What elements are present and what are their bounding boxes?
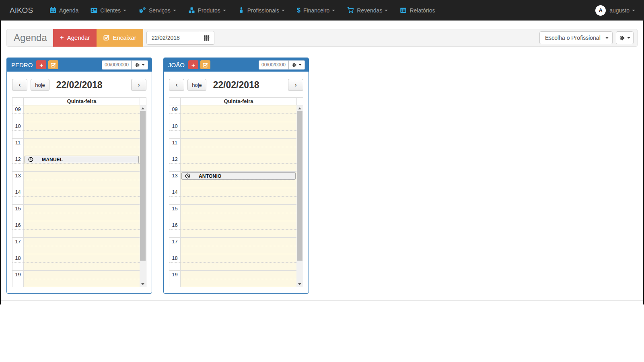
time-slot[interactable] xyxy=(24,188,140,204)
prev-day-button[interactable]: ‹ xyxy=(169,79,184,91)
top-navbar: AIKOS Agenda Clientes Serviços Produtos … xyxy=(0,0,644,21)
hour-label: 14 xyxy=(169,188,181,204)
calendar-panel-pedro: PEDRO + ‹ hoje 22/02/2018 xyxy=(6,58,152,294)
time-slot[interactable] xyxy=(24,238,140,254)
settings-dropdown-button[interactable] xyxy=(616,31,634,44)
user-menu[interactable]: A augusto xyxy=(595,0,644,21)
caret-down-icon xyxy=(627,37,630,39)
main-menu: Agenda Clientes Serviços Produtos Profis… xyxy=(43,0,441,21)
scrollbar-thumb[interactable] xyxy=(140,111,146,261)
hour-row: 10 xyxy=(169,122,296,138)
edit-appointment-button[interactable] xyxy=(200,60,210,69)
time-slot[interactable] xyxy=(181,105,296,122)
next-day-button[interactable]: › xyxy=(131,79,146,91)
nav-item-agenda[interactable]: Agenda xyxy=(43,0,84,21)
time-slot[interactable] xyxy=(24,271,140,287)
caret-down-icon xyxy=(332,10,335,11)
prev-day-button[interactable]: ‹ xyxy=(12,79,27,91)
calendar-grid-button[interactable] xyxy=(199,31,214,45)
gear-icon xyxy=(619,35,625,41)
appointment-event[interactable]: ANTONIO xyxy=(181,172,296,180)
brand-logo[interactable]: AIKOS xyxy=(3,0,39,21)
panel-date-input[interactable] xyxy=(102,60,132,70)
time-slot[interactable] xyxy=(181,254,296,270)
panel-settings-button[interactable] xyxy=(132,60,148,70)
time-grid-scroller: 0910111213141516171819ANTONIO xyxy=(169,105,303,287)
time-slot[interactable] xyxy=(24,254,140,270)
time-slot[interactable] xyxy=(181,238,296,254)
edit-appointment-button[interactable] xyxy=(48,60,58,69)
nav-label: Serviços xyxy=(149,7,171,14)
day-calendar: Quinta-feira 0910111213141516171819ANTON… xyxy=(169,97,303,287)
user-name: augusto xyxy=(609,7,630,14)
today-button[interactable]: hoje xyxy=(31,79,49,91)
appointment-client-name: MANUEL xyxy=(42,157,63,162)
clock-icon xyxy=(185,173,190,179)
hour-row: 19 xyxy=(169,270,296,287)
plus-icon: + xyxy=(60,34,64,42)
report-icon xyxy=(400,7,407,14)
time-slot[interactable] xyxy=(181,188,296,204)
date-input[interactable] xyxy=(146,31,199,45)
caret-down-icon xyxy=(385,10,388,11)
hour-label: 11 xyxy=(169,139,181,155)
nav-item-servicos[interactable]: Serviços xyxy=(132,0,182,21)
time-slot[interactable] xyxy=(181,155,296,171)
appointment-event[interactable]: MANUEL xyxy=(25,156,139,163)
nav-item-profissionais[interactable]: Profissionais xyxy=(232,0,291,21)
hour-label: 18 xyxy=(12,254,24,270)
time-slot[interactable] xyxy=(181,205,296,221)
gear-icon xyxy=(135,62,140,68)
nav-item-revendas[interactable]: Revendas xyxy=(341,0,394,21)
nav-item-financeiro[interactable]: $ Financeiro xyxy=(291,0,341,21)
scroll-down-arrow[interactable] xyxy=(296,281,303,287)
day-calendar: Quinta-feira 0910111213141516171819MANUE… xyxy=(12,97,146,287)
caret-down-icon xyxy=(142,64,145,66)
add-appointment-button[interactable]: + xyxy=(188,60,198,69)
time-grid-scroller: 0910111213141516171819MANUEL xyxy=(12,105,146,287)
hour-row: 16 xyxy=(169,221,296,237)
hour-row: 11 xyxy=(12,138,140,155)
hour-row: 17 xyxy=(169,237,296,254)
hour-label: 19 xyxy=(169,271,181,287)
time-slot[interactable] xyxy=(24,122,140,138)
today-button[interactable]: hoje xyxy=(187,79,206,91)
scroll-up-arrow[interactable] xyxy=(296,105,303,111)
time-slot[interactable] xyxy=(24,172,140,188)
time-slot[interactable] xyxy=(181,139,296,155)
encaixar-label: Encaixar xyxy=(113,34,136,41)
scroll-down-arrow[interactable] xyxy=(140,281,146,287)
scrollbar-thumb[interactable] xyxy=(297,111,302,261)
time-slot[interactable] xyxy=(181,221,296,237)
add-appointment-button[interactable]: + xyxy=(36,60,46,69)
scrollbar[interactable] xyxy=(296,105,303,287)
main-container: Agenda + Agendar Encaixar Escolha o Prof… xyxy=(1,21,643,301)
hour-row: 13 xyxy=(12,171,140,188)
dollar-icon: $ xyxy=(297,7,300,14)
time-slot[interactable] xyxy=(181,271,296,287)
panel-date-input[interactable] xyxy=(259,60,288,70)
nav-label: Profissionais xyxy=(247,7,279,14)
time-slot[interactable] xyxy=(181,122,296,138)
professional-select[interactable]: Escolha o Profissional xyxy=(539,31,613,44)
scrollbar[interactable] xyxy=(140,105,146,287)
time-slot[interactable] xyxy=(24,221,140,237)
time-slot[interactable] xyxy=(24,139,140,155)
nav-item-relatorios[interactable]: Relatórios xyxy=(394,0,441,21)
nav-item-produtos[interactable]: Produtos xyxy=(182,0,232,21)
time-grid: 0910111213141516171819ANTONIO xyxy=(169,105,296,287)
time-grid: 0910111213141516171819MANUEL xyxy=(12,105,140,287)
scroll-up-arrow[interactable] xyxy=(140,105,146,111)
time-slot[interactable] xyxy=(24,105,140,122)
agendar-button[interactable]: + Agendar xyxy=(53,29,97,47)
hour-row: 14 xyxy=(169,188,296,204)
nav-label: Relatórios xyxy=(409,7,435,14)
time-slot[interactable] xyxy=(24,205,140,221)
next-day-button[interactable]: › xyxy=(288,79,303,91)
encaixar-button[interactable]: Encaixar xyxy=(97,29,143,47)
panel-header: JOÃO + xyxy=(164,58,309,72)
nav-item-clientes[interactable]: Clientes xyxy=(84,0,132,21)
panel-settings-button[interactable] xyxy=(288,60,305,70)
clock-icon xyxy=(28,157,33,162)
hour-label: 16 xyxy=(12,221,24,237)
